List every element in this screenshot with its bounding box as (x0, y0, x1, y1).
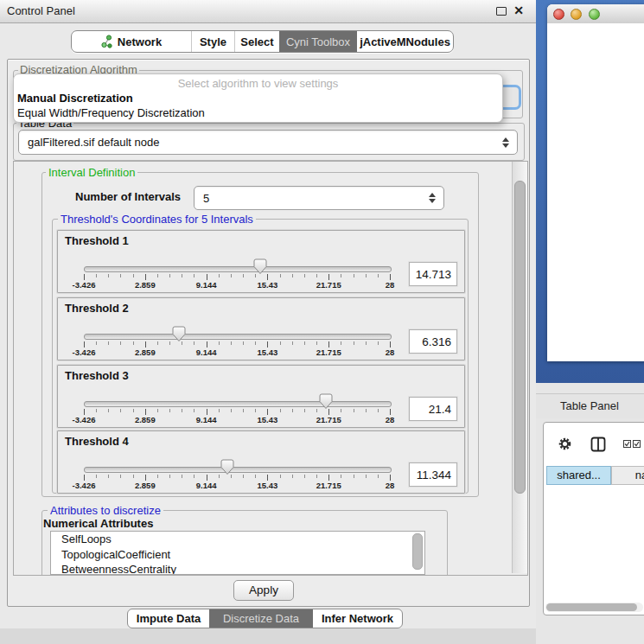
tab-infer-network[interactable]: Infer Network (313, 609, 402, 628)
tab-network[interactable]: Network (72, 31, 191, 52)
algorithm-placeholder: Select algorithm to view settings (14, 77, 502, 90)
threshold-2-slider-thumb[interactable] (172, 326, 186, 342)
float-window-icon[interactable] (496, 7, 507, 16)
threshold-4-slider-track[interactable] (84, 467, 392, 473)
tick-label: 28 (386, 348, 395, 357)
zoom-traffic-light[interactable] (589, 9, 600, 20)
tick-label: 2.859 (135, 348, 156, 357)
threshold-2-panel: Threshold 2-3.4262.8599.14415.4321.71528… (57, 297, 465, 360)
algorithm-option-manual[interactable]: Manual Discretization (17, 92, 133, 105)
table-panel: shared... na (543, 422, 644, 615)
threshold-3-slider-thumb[interactable] (319, 393, 333, 410)
network-icon (101, 35, 113, 48)
close-traffic-light[interactable] (553, 9, 564, 20)
threshold-2-slider-track[interactable] (84, 334, 392, 340)
tick-label: 21.715 (316, 481, 341, 490)
tick-label: 21.715 (316, 348, 341, 357)
number-of-intervals-value: 5 (203, 192, 209, 205)
tick-label: 9.144 (196, 415, 217, 424)
tick-label: 15.43 (258, 348, 278, 357)
table-panel-titlebar: Table Panel (536, 393, 644, 418)
table-horizontal-scrollbar[interactable] (545, 603, 643, 612)
tab-discretize-data[interactable]: Discretize Data (209, 609, 313, 628)
tick-label: -3.426 (73, 348, 96, 357)
numerical-attributes-label: Numerical Attributes (43, 517, 153, 530)
columns-icon[interactable] (590, 437, 606, 452)
apply-button[interactable]: Apply (233, 580, 294, 601)
threshold-2-label: Threshold 2 (65, 302, 129, 315)
threshold-3-value-field[interactable]: 21.4 (409, 397, 457, 421)
attributes-group-title: Attributes to discretize (48, 504, 163, 517)
slider-tick-labels: -3.4262.8599.14415.4321.71528 (84, 280, 390, 290)
tick-label: 15.43 (258, 415, 278, 424)
tick-label: 9.144 (196, 348, 217, 357)
tick-label: 15.43 (258, 481, 278, 490)
threshold-4-value-field[interactable]: 11.344 (409, 462, 457, 487)
cyni-toolbox-panel: Discretization Algorithm Select algorith… (7, 59, 530, 607)
tab-label: Select (240, 35, 273, 48)
top-tab-bar: NetworkStyleSelectCyni ToolboxjActiveMNo… (71, 30, 454, 53)
threshold-4-panel: Threshold 4-3.4262.8599.14415.4321.71528… (57, 430, 465, 494)
gear-icon[interactable] (558, 437, 572, 451)
spinner-arrows-icon (429, 193, 436, 203)
attributes-list-scrollbar[interactable] (412, 533, 423, 570)
tick-label: 2.859 (135, 415, 156, 424)
thresholds-group-title: Threshold's Coordinates for 5 Intervals (58, 213, 256, 226)
threshold-1-value-field[interactable]: 14.713 (409, 262, 457, 286)
tick-label: -3.426 (73, 415, 96, 424)
tab-impute-data[interactable]: Impute Data (128, 609, 209, 628)
tick-label: 15.43 (258, 280, 278, 290)
interval-definition-title: Interval Definition (46, 166, 137, 179)
tab-label: Cyni Toolbox (286, 35, 350, 48)
close-icon[interactable]: ✕ (513, 3, 524, 17)
column-header-shared-name[interactable]: shared... (546, 466, 611, 485)
threshold-3-label: Threshold 3 (65, 369, 129, 382)
threshold-1-label: Threshold 1 (65, 234, 129, 247)
attribute-item-selfloops[interactable]: SelfLoops (51, 532, 424, 547)
threshold-4-slider-thumb[interactable] (220, 459, 234, 475)
threshold-3-panel: Threshold 3-3.4262.8599.14415.4321.71528… (57, 365, 465, 428)
table-panel-title: Table Panel (560, 399, 619, 412)
tick-label: -3.426 (73, 481, 96, 490)
tab-style[interactable]: Style (191, 31, 234, 52)
network-canvas[interactable] (547, 23, 644, 361)
algorithm-option-equal-width[interactable]: Equal Width/Frequency Discretization (17, 106, 205, 119)
number-of-intervals-spinner[interactable]: 5 (194, 186, 444, 210)
table-data-combobox[interactable]: galFiltered.sif default node (18, 130, 518, 155)
numerical-attributes-list[interactable]: SelfLoopsTopologicalCoefficientBetweenne… (50, 531, 425, 575)
network-window-titlebar[interactable] (547, 4, 644, 24)
slider-tick-labels: -3.4262.8599.14415.4321.71528 (84, 348, 390, 357)
table-data-value: galFiltered.sif default node (28, 136, 159, 149)
scrollbar-thumb[interactable] (514, 181, 526, 494)
bottom-strip (0, 628, 536, 644)
tick-label: -3.426 (73, 280, 96, 290)
scrollbar-thumb[interactable] (546, 603, 637, 611)
network-window (547, 4, 644, 361)
algorithm-dropdown-popup: Select algorithm to view settings Manual… (13, 73, 503, 123)
column-header-name[interactable]: na (611, 466, 644, 485)
tick-label: 21.715 (316, 280, 341, 290)
tab-jactivemnodules[interactable]: jActiveMNodules (357, 31, 453, 52)
threshold-1-slider-thumb[interactable] (253, 258, 267, 275)
settings-scroll-area: Interval Definition Number of Intervals … (13, 161, 528, 576)
tick-label: 28 (386, 415, 395, 424)
attribute-item-topologicalcoefficient[interactable]: TopologicalCoefficient (51, 547, 424, 563)
tab-label: Style (200, 35, 226, 48)
checkboxes-icon[interactable] (623, 440, 642, 449)
tick-label: 9.144 (196, 481, 217, 490)
number-of-intervals-label: Number of Intervals (75, 190, 181, 203)
tick-label: 2.859 (135, 280, 156, 290)
control-panel-titlebar: Control Panel ✕ (0, 0, 536, 23)
threshold-1-slider-track[interactable] (84, 266, 392, 272)
settings-vertical-scrollbar[interactable] (512, 162, 527, 573)
minimize-traffic-light[interactable] (571, 9, 582, 20)
threshold-2-value-field[interactable]: 6.316 (409, 329, 457, 354)
control-panel: Control Panel ✕ NetworkStyleSelectCyni T… (0, 0, 536, 644)
slider-tick-labels: -3.4262.8599.14415.4321.71528 (84, 481, 390, 490)
tab-cyni-toolbox[interactable]: Cyni Toolbox (279, 31, 357, 52)
threshold-3-slider-track[interactable] (84, 401, 392, 407)
tick-label: 2.859 (135, 481, 156, 490)
attribute-item-betweennesscentrality[interactable]: BetweennessCentrality (51, 562, 424, 575)
tab-select[interactable]: Select (234, 31, 279, 52)
right-pane: Table Panel shared... na (536, 0, 644, 644)
